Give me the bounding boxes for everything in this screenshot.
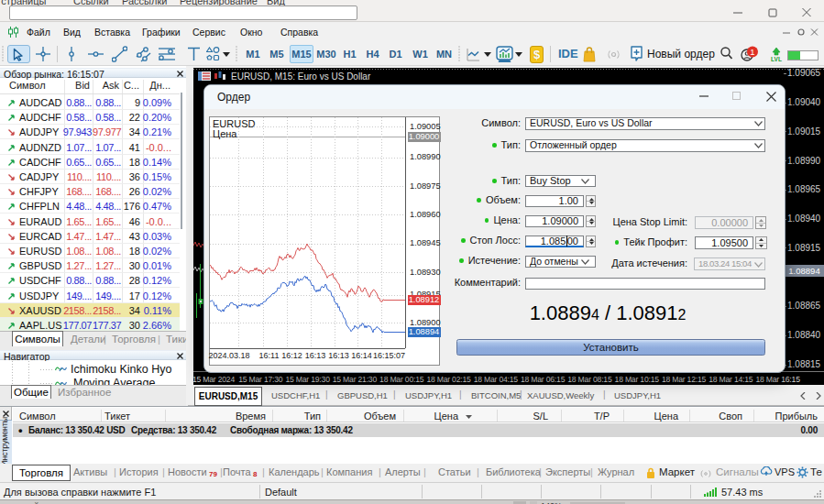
svg-text:LVL: LVL: [771, 56, 782, 62]
svg-text:1: 1: [750, 47, 754, 57]
